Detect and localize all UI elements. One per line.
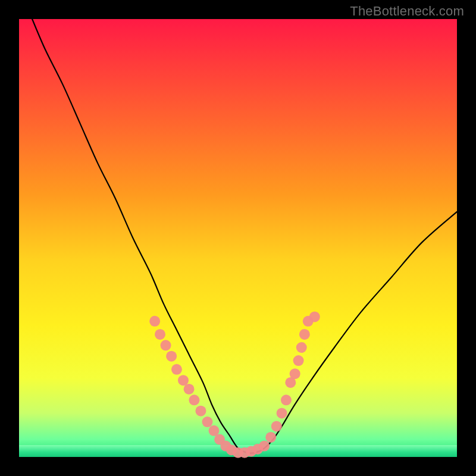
data-point-markers <box>149 311 320 458</box>
data-point <box>293 355 304 366</box>
chart-frame: TheBottleneck.com <box>0 0 476 476</box>
data-point <box>281 394 292 405</box>
data-point <box>277 408 287 418</box>
data-point <box>189 394 199 405</box>
data-point <box>155 329 165 340</box>
curve-line <box>32 19 457 453</box>
data-point <box>290 368 300 379</box>
data-point <box>209 425 220 436</box>
data-point <box>195 406 206 416</box>
data-point <box>259 441 270 452</box>
data-point <box>166 351 177 362</box>
data-point <box>184 384 195 394</box>
data-point <box>309 311 320 322</box>
data-point <box>271 421 282 431</box>
curve-path <box>32 19 457 453</box>
data-point <box>161 340 171 350</box>
data-point <box>299 329 310 340</box>
data-point <box>178 375 189 386</box>
chart-overlay <box>19 19 457 457</box>
data-point <box>265 432 276 443</box>
data-point <box>171 364 182 375</box>
data-point <box>149 316 160 327</box>
watermark-label: TheBottleneck.com <box>350 4 464 19</box>
data-point <box>296 342 307 353</box>
data-point <box>202 416 212 427</box>
